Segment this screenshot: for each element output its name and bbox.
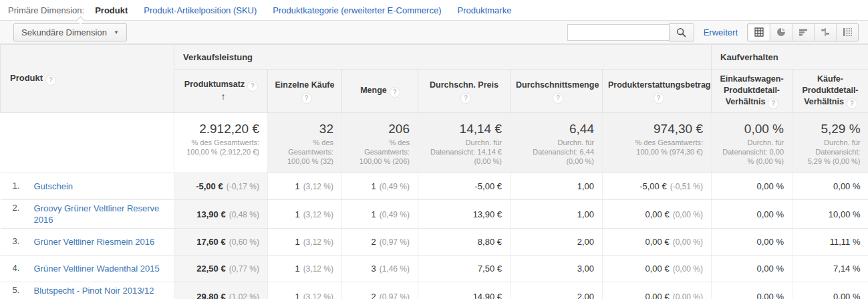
cell-kaeufe-verhaeltnis: 7,14 % (792, 256, 868, 282)
product-link[interactable]: Groovy Grüner Veltliner Reserve 2016 (34, 203, 164, 225)
table-row: 3.Grüner Veltliner Riesmein 2016 17,60 €… (1, 229, 868, 256)
totals-durchschnittsmenge: 6,44 Durchn. für Datenansicht: 6,44 (0,0… (511, 113, 603, 173)
cell-produkterstattungsbetrag: 0,00 €(0,00 %) (603, 256, 712, 282)
total-value: 6,44 (519, 121, 594, 137)
total-value: 5,29 % (801, 121, 861, 137)
column-label: Durchschnittsmenge (516, 80, 599, 90)
help-icon[interactable]: ? (248, 82, 257, 91)
cell-durchschnittsmenge: 3,00 (511, 256, 603, 282)
total-subtext: Durchn. für Datenansicht: 14,14 € (0,00 … (426, 138, 502, 166)
cell-menge: 3(1,46 %) (342, 256, 418, 282)
cell-einkaufswagen-verhaeltnis: 0,00 % (712, 229, 792, 256)
view-toggle-group (747, 23, 859, 41)
help-icon[interactable]: ? (768, 99, 778, 108)
cell-durchschn-preis: 13,90 € (418, 200, 511, 229)
primary-dimension-option-sku[interactable]: Produkt-Artikelposition (SKU) (144, 5, 257, 15)
secondary-dimension-button[interactable]: Sekundäre Dimension ▼ (13, 23, 127, 41)
advanced-filter-link[interactable]: Erweitert (704, 27, 738, 37)
cell-einkaufswagen-verhaeltnis: 0,00 % (712, 256, 792, 282)
product-link[interactable]: Gutschein (34, 181, 74, 192)
help-icon[interactable]: ? (654, 94, 664, 103)
column-header-kaeufe-produktdetail[interactable]: Käufe-Produktdetail-Verhältnis? (792, 70, 868, 113)
totals-einzelne-kaeufe: 32 % des Gesamtwerts: 100,00 % (32) (268, 113, 342, 173)
cell-einzelne-kaeufe: 1(3,12 %) (268, 256, 342, 282)
cell-einkaufswagen-verhaeltnis: 0,00 % (712, 200, 792, 229)
cell-einzelne-kaeufe: 1(3,12 %) (268, 229, 342, 256)
cell-produkterstattungsbetrag: 0,00 €(0,00 %) (603, 282, 712, 299)
cell-menge: 2(0,97 %) (342, 229, 418, 256)
percentage-view-button[interactable] (770, 24, 792, 41)
cell-produktumsatz: 29,80 €(1,02 %) (174, 282, 268, 299)
primary-dimension-label: Primäre Dimension: (8, 5, 84, 15)
help-icon[interactable]: ? (46, 76, 55, 85)
totals-product-cell (1, 113, 174, 173)
primary-dimension-option-produktmarke[interactable]: Produktmarke (457, 5, 511, 15)
column-label: Einzelne Käufe (275, 80, 335, 90)
search-button[interactable] (669, 23, 694, 41)
help-icon[interactable]: ? (847, 99, 857, 108)
help-icon[interactable]: ? (390, 88, 400, 97)
sort-ascending-icon: ↑ (221, 91, 226, 102)
column-header-produktumsatz[interactable]: Produktumsatz?↑ (174, 70, 268, 113)
search-icon (676, 27, 686, 37)
total-value: 206 (350, 121, 410, 137)
total-subtext: % des Gesamtwerts: 100,00 % (206) (350, 138, 410, 166)
column-header-produkterstattungsbetrag[interactable]: Produkterstattungsbetrag? (603, 70, 712, 113)
toolbar-right-group: Erweitert (567, 23, 859, 41)
product-link[interactable]: Grüner Veltliner Riesmein 2016 (34, 236, 155, 247)
produkt-header-label: Produkt (10, 73, 43, 83)
performance-view-button[interactable] (792, 24, 814, 41)
search-input[interactable] (567, 24, 669, 41)
primary-dimension-bar: Primäre Dimension: Produkt Produkt-Artik… (0, 0, 868, 20)
totals-produkterstattungsbetrag: 974,30 € % des Gesamtwerts: 100,00 % (97… (603, 113, 712, 173)
cell-produktumsatz: 22,50 €(0,77 %) (174, 256, 268, 282)
column-header-produkt[interactable]: Produkt? (1, 45, 174, 113)
cell-kaeufe-verhaeltnis: 11,11 % (792, 229, 868, 256)
totals-kaeufe-verhaeltnis: 5,29 % Durchn. für Datenansicht: 5,29 % … (792, 113, 868, 173)
help-icon[interactable]: ? (553, 94, 563, 103)
product-report-table: Produkt? Verkaufsleistung Kaufverhalten … (0, 44, 868, 299)
row-index: 5. (13, 285, 23, 295)
column-header-einkaufswagen-produktdetail[interactable]: Einkaufswagen-Produktdetail-Verhältnis? (712, 70, 792, 113)
cell-einkaufswagen-verhaeltnis: 0,00 % (712, 173, 792, 200)
column-header-menge[interactable]: Menge? (342, 70, 418, 113)
cell-einzelne-kaeufe: 1(3,12 %) (268, 200, 342, 229)
column-label: Menge (360, 86, 387, 95)
comparison-view-button[interactable] (814, 24, 836, 41)
cell-durchschnittsmenge: 1,00 (511, 200, 603, 229)
help-icon[interactable]: ? (302, 94, 311, 103)
column-header-durchschn-preis[interactable]: Durchschn. Preis? (418, 70, 511, 113)
total-value: 2.912,20 € (182, 121, 259, 137)
pivot-view-button[interactable] (836, 24, 858, 41)
help-icon[interactable]: ? (461, 94, 470, 103)
product-cell: 3.Grüner Veltliner Riesmein 2016 (1, 229, 174, 256)
pivot-table-icon (843, 27, 852, 37)
total-subtext: Durchn. für Datenansicht: 5,29 % (0,00 %… (801, 138, 861, 166)
totals-produktumsatz: 2.912,20 € % des Gesamtwerts: 100,00 % (… (174, 113, 268, 173)
primary-dimension-option-produktkategorie[interactable]: Produktkategorie (erweiterter E-Commerce… (273, 5, 441, 15)
table-row: 1.Gutschein -5,00 €(-0,17 %) 1(3,12 %) 1… (1, 173, 868, 200)
cell-einkaufswagen-verhaeltnis: 0,00 % (712, 282, 792, 299)
product-link[interactable]: Grüner Veltliner Wadenthal 2015 (34, 263, 160, 274)
row-index: 3. (13, 236, 23, 246)
cell-produkterstattungsbetrag: 0,00 €(0,00 %) (603, 229, 712, 256)
row-index: 1. (13, 181, 23, 191)
totals-menge: 206 % des Gesamtwerts: 100,00 % (206) (342, 113, 418, 173)
cell-produktumsatz: -5,00 €(-0,17 %) (174, 173, 268, 200)
cell-durchschn-preis: 7,50 € (418, 256, 511, 282)
cell-durchschnittsmenge: 2,00 (511, 229, 603, 256)
table-grid-icon (754, 27, 764, 37)
row-index: 2. (13, 203, 23, 213)
chevron-down-icon: ▼ (114, 29, 119, 35)
total-subtext: Durchn. für Datenansicht: 0,00 % (0,00 %… (720, 138, 784, 166)
comparison-bars-icon (821, 27, 830, 37)
product-link[interactable]: Blutspecht - Pinot Noir 2013/12 Bouteill… (34, 285, 164, 299)
cell-kaeufe-verhaeltnis: 0,00 % (792, 282, 868, 299)
data-table-view-button[interactable] (748, 24, 770, 41)
primary-dimension-selected-produkt[interactable]: Produkt (95, 5, 128, 15)
column-header-durchschnittsmenge[interactable]: Durchschnittsmenge? (511, 70, 603, 113)
column-header-einzelne-kaeufe[interactable]: Einzelne Käufe? (268, 70, 342, 113)
total-value: 0,00 % (720, 121, 784, 137)
column-label: Produktumsatz (184, 80, 245, 89)
product-cell: 5.Blutspecht - Pinot Noir 2013/12 Boutei… (1, 282, 174, 299)
